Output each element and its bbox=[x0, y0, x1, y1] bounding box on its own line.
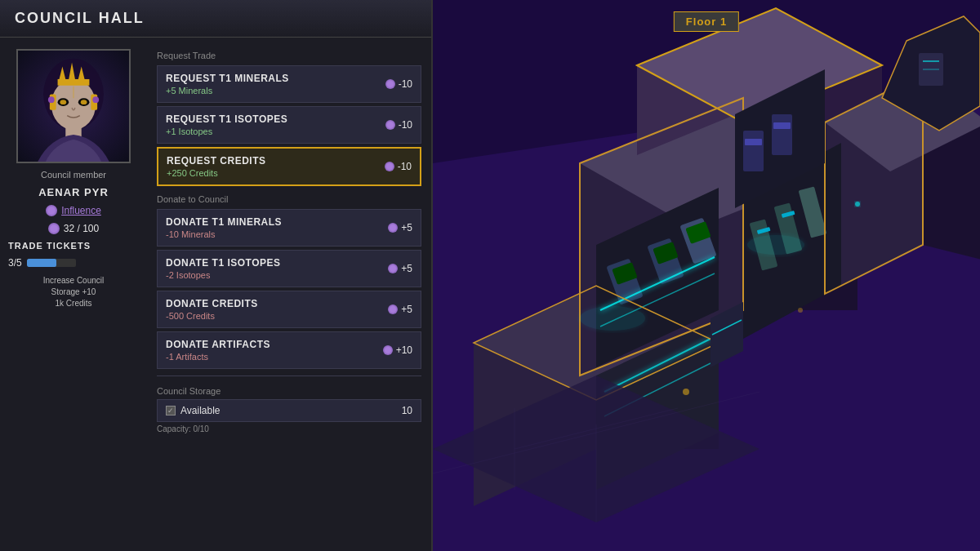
panel-body: Council member AENAR PYR Influence 32 / … bbox=[0, 38, 431, 551]
council-member-name: AENAR PYR bbox=[38, 186, 109, 198]
council-storage-label: Council Storage bbox=[157, 386, 421, 396]
donate-minerals-cost: +5 bbox=[401, 222, 412, 233]
storage-available-value: 10 bbox=[402, 405, 412, 416]
trade-tickets-label: TRADE TICKETS bbox=[8, 241, 91, 251]
donate-artifacts-subtitle: -1 Artifacts bbox=[166, 352, 270, 362]
donate-isotopes-subtitle: -2 Isotopes bbox=[166, 270, 281, 280]
request-minerals-cost: -10 bbox=[399, 78, 412, 90]
influence-cost-icon-5 bbox=[388, 264, 398, 273]
donate-isotopes-cost: +5 bbox=[401, 263, 412, 274]
request-credits-title: REQUEST CREDITS bbox=[167, 155, 266, 167]
request-isotopes-item[interactable]: REQUEST T1 ISOTOPES +1 Isotopes -10 bbox=[157, 106, 421, 144]
storage-checkbox[interactable]: ✓ bbox=[166, 406, 176, 415]
svg-point-14 bbox=[48, 96, 55, 103]
trade-tickets-row: 3/5 bbox=[8, 257, 76, 269]
trade-bar-fill bbox=[27, 259, 56, 267]
donate-minerals-item[interactable]: DONATE T1 MINERALS -10 Minerals +5 bbox=[157, 209, 421, 247]
donate-credits-title: DONATE CREDITS bbox=[166, 298, 258, 309]
storage-available-label: Available bbox=[180, 405, 220, 416]
request-credits-subtitle: +250 Credits bbox=[167, 168, 266, 178]
svg-point-15 bbox=[92, 96, 99, 103]
influence-cost-icon-6 bbox=[388, 304, 398, 314]
svg-rect-57 bbox=[772, 114, 792, 155]
donate-minerals-subtitle: -10 Minerals bbox=[166, 229, 282, 239]
donate-credits-cost: +5 bbox=[401, 304, 412, 315]
svg-rect-56 bbox=[743, 131, 764, 171]
iso-grid bbox=[433, 0, 980, 551]
council-member-label: Council member bbox=[41, 170, 106, 180]
donate-artifacts-cost: +10 bbox=[396, 344, 412, 356]
influence-row: Influence bbox=[46, 205, 101, 216]
donate-artifacts-item[interactable]: DONATE ARTIFACTS -1 Artifacts +10 bbox=[157, 331, 421, 369]
svg-point-7 bbox=[81, 100, 87, 104]
left-panel: COUNCIL HALL bbox=[0, 0, 433, 551]
donate-artifacts-title: DONATE ARTIFACTS bbox=[166, 339, 270, 350]
trade-tickets-value: 3/5 bbox=[8, 257, 22, 269]
donate-council-label: Donate to Council bbox=[157, 194, 421, 204]
storage-row-left: ✓ Available bbox=[166, 405, 220, 416]
request-credits-right: -10 bbox=[385, 161, 412, 172]
influence-link[interactable]: Influence bbox=[61, 205, 101, 216]
panel-title-text: COUNCIL HALL bbox=[15, 10, 145, 26]
request-minerals-item[interactable]: REQUEST T1 MINERALS +5 Minerals -10 bbox=[157, 65, 421, 103]
donate-minerals-right: +5 bbox=[388, 222, 412, 233]
avatar-column: Council member AENAR PYR Influence 32 / … bbox=[0, 38, 147, 551]
svg-rect-58 bbox=[745, 139, 762, 145]
donate-isotopes-left: DONATE T1 ISOTOPES -2 Isotopes bbox=[166, 257, 281, 280]
donate-minerals-left: DONATE T1 MINERALS -10 Minerals bbox=[166, 216, 282, 239]
donate-minerals-title: DONATE T1 MINERALS bbox=[166, 216, 282, 228]
request-isotopes-cost: -10 bbox=[399, 119, 412, 131]
request-trade-label: Request Trade bbox=[157, 51, 421, 60]
influence-cost-icon-2 bbox=[385, 120, 395, 130]
influence-cost-icon-4 bbox=[388, 223, 398, 233]
council-storage-section: Council Storage ✓ Available 10 Capacity:… bbox=[157, 375, 421, 433]
request-minerals-left: REQUEST T1 MINERALS +5 Minerals bbox=[166, 73, 289, 96]
floor-label: Floor 1 bbox=[674, 11, 739, 32]
influence-cost-icon-7 bbox=[383, 345, 393, 355]
request-credits-item[interactable]: REQUEST CREDITS +250 Credits -10 bbox=[157, 147, 421, 186]
influence-value-row: 32 / 100 bbox=[48, 223, 99, 234]
svg-point-73 bbox=[855, 202, 860, 207]
influence-icon-2 bbox=[48, 223, 60, 234]
request-isotopes-left: REQUEST T1 ISOTOPES +1 Isotopes bbox=[166, 113, 287, 136]
svg-point-71 bbox=[683, 389, 689, 395]
svg-point-72 bbox=[798, 308, 803, 313]
main-container: COUNCIL HALL bbox=[0, 0, 980, 551]
donate-artifacts-right: +10 bbox=[383, 344, 412, 356]
avatar-frame bbox=[16, 49, 131, 163]
influence-cost-icon-3 bbox=[385, 162, 394, 171]
svg-rect-8 bbox=[58, 79, 90, 86]
influence-icon bbox=[46, 205, 57, 216]
svg-rect-59 bbox=[773, 122, 791, 129]
donate-isotopes-right: +5 bbox=[388, 263, 412, 274]
request-credits-cost: -10 bbox=[398, 161, 412, 172]
svg-point-6 bbox=[60, 100, 66, 104]
request-isotopes-subtitle: +1 Isotopes bbox=[166, 127, 287, 136]
storage-row: ✓ Available 10 bbox=[157, 399, 421, 422]
request-isotopes-title: REQUEST T1 ISOTOPES bbox=[166, 113, 287, 125]
request-minerals-subtitle: +5 Minerals bbox=[166, 86, 289, 96]
request-isotopes-right: -10 bbox=[385, 119, 412, 131]
svg-point-66 bbox=[747, 235, 804, 255]
influence-value: 32 / 100 bbox=[64, 223, 99, 234]
svg-point-65 bbox=[580, 306, 645, 331]
actions-column: Request Trade REQUEST T1 MINERALS +5 Min… bbox=[147, 38, 431, 551]
influence-cost-icon-1 bbox=[385, 79, 395, 89]
request-minerals-right: -10 bbox=[385, 78, 412, 90]
donate-credits-subtitle: -500 Credits bbox=[166, 311, 258, 321]
donate-artifacts-left: DONATE ARTIFACTS -1 Artifacts bbox=[166, 339, 270, 362]
panel-title: COUNCIL HALL bbox=[0, 0, 431, 38]
donate-credits-right: +5 bbox=[388, 304, 412, 315]
request-credits-left: REQUEST CREDITS +250 Credits bbox=[167, 155, 266, 178]
donate-isotopes-item[interactable]: DONATE T1 ISOTOPES -2 Isotopes +5 bbox=[157, 250, 421, 287]
capacity-text: Capacity: 0/10 bbox=[157, 424, 421, 433]
donate-credits-left: DONATE CREDITS -500 Credits bbox=[166, 298, 258, 321]
request-minerals-title: REQUEST T1 MINERALS bbox=[166, 73, 289, 84]
right-panel: Floor 1 bbox=[433, 0, 980, 551]
storage-info: Increase CouncilStorage +101k Credits bbox=[43, 275, 104, 309]
trade-bar bbox=[27, 259, 76, 267]
donate-credits-item[interactable]: DONATE CREDITS -500 Credits +5 bbox=[157, 291, 421, 328]
donate-isotopes-title: DONATE T1 ISOTOPES bbox=[166, 257, 281, 269]
